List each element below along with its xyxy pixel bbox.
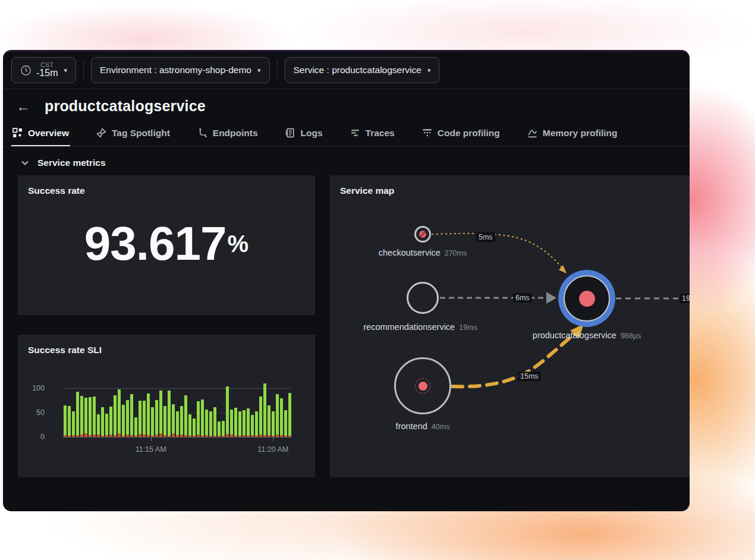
service-map-canvas[interactable]: checkoutservice 270ms recommendationserv… xyxy=(330,175,690,477)
tab-label: Overview xyxy=(28,128,69,139)
node-recommendationservice[interactable] xyxy=(407,282,439,314)
error-dot-icon xyxy=(579,291,595,307)
sli-bar xyxy=(193,419,196,437)
node-duration: 19ms xyxy=(459,323,477,332)
success-rate-card: Success rate 93.617 % xyxy=(18,175,315,315)
sli-bar xyxy=(197,401,200,437)
edge-latency-label: 19m xyxy=(680,294,690,303)
node-productcatalogservice-selected[interactable] xyxy=(558,270,615,327)
node-frontend[interactable] xyxy=(394,357,451,414)
service-map-card: Service map xyxy=(330,175,690,477)
tab-label: Code profiling xyxy=(438,128,500,139)
sli-bar xyxy=(89,397,92,437)
trace-waterfall-icon xyxy=(350,128,360,138)
divider xyxy=(83,60,84,80)
tab-tag-spotlight[interactable]: Tag Spotlight xyxy=(96,119,170,146)
node-name[interactable]: frontend xyxy=(396,421,427,431)
node-duration: 988µs xyxy=(621,332,641,340)
card-title: Success rate SLI xyxy=(18,335,315,355)
line-chart-icon xyxy=(527,128,537,138)
tab-logs[interactable]: Logs xyxy=(285,119,323,146)
sli-chart[interactable]: 100 50 0 11:15 AM 11:20 AM xyxy=(62,388,291,437)
x-tick xyxy=(151,437,152,441)
chevron-down-icon: ▾ xyxy=(64,67,67,74)
node-duration: 270ms xyxy=(445,249,467,257)
tab-code-profiling[interactable]: Code profiling xyxy=(422,119,500,146)
divider xyxy=(277,60,278,80)
error-dot-icon xyxy=(415,378,430,394)
sli-bar xyxy=(218,421,221,437)
sli-bar xyxy=(109,407,112,437)
x-tick xyxy=(273,437,273,441)
tab-label: Logs xyxy=(301,128,323,139)
sli-bar xyxy=(147,394,150,437)
environment-dropdown[interactable]: Environment : astronomy-shop-demo ▾ xyxy=(91,57,270,83)
sli-bar xyxy=(134,417,137,437)
tab-overview[interactable]: Overview xyxy=(12,119,69,146)
y-tick-label: 100 xyxy=(21,384,45,392)
sli-bar xyxy=(288,393,291,437)
sli-bar xyxy=(126,400,129,437)
sli-bar xyxy=(180,406,183,437)
sli-bar xyxy=(209,411,212,437)
sli-bar xyxy=(80,396,83,437)
sli-bar xyxy=(226,386,229,437)
tab-traces[interactable]: Traces xyxy=(350,119,395,146)
page-header: ← productcatalogservice xyxy=(3,89,690,118)
sli-bar xyxy=(251,415,254,437)
time-range-value: -15m xyxy=(36,68,58,78)
sli-bar xyxy=(64,405,67,437)
flame-graph-icon xyxy=(422,128,432,138)
edge-latency-label: 15ms xyxy=(518,372,541,381)
sli-bar xyxy=(155,400,158,437)
page-title: productcatalogservice xyxy=(45,97,206,115)
sli-bar xyxy=(184,395,187,438)
sli-bar xyxy=(72,411,75,437)
overview-content: Success rate 93.617 % Success rate SLI 1… xyxy=(3,175,690,177)
sli-bar xyxy=(84,398,87,437)
sli-bar xyxy=(151,407,154,437)
document-icon xyxy=(285,128,295,138)
tab-label: Traces xyxy=(366,128,395,139)
tab-endpoints[interactable]: Endpoints xyxy=(197,119,258,146)
sli-bar xyxy=(222,421,225,437)
sli-bar xyxy=(172,404,175,437)
tab-bar: Overview Tag Spotlight Endpoints Logs Tr… xyxy=(3,119,690,147)
sli-bar xyxy=(176,411,179,437)
tab-label: Memory profiling xyxy=(543,128,618,139)
sli-bar xyxy=(263,383,266,437)
filter-bar: CST -15m ▾ Environment : astronomy-shop-… xyxy=(3,52,690,89)
sli-bar xyxy=(118,389,121,437)
node-name[interactable]: checkoutservice xyxy=(379,248,441,257)
success-rate-unit: % xyxy=(228,231,249,257)
success-rate-value: 93.617 xyxy=(84,216,227,271)
chevron-down-icon: ▾ xyxy=(257,67,261,74)
node-name[interactable]: recommendationservice xyxy=(363,322,455,332)
time-range-picker[interactable]: CST -15m ▾ xyxy=(11,57,76,83)
node-duration: 40ms xyxy=(432,423,450,431)
sli-bar xyxy=(213,407,216,437)
sli-bar xyxy=(280,398,283,437)
edge-latency-label: 5ms xyxy=(476,232,495,242)
grid-icon xyxy=(12,128,23,138)
sli-bar xyxy=(114,395,117,438)
sli-bar xyxy=(284,410,287,437)
sli-bar xyxy=(122,405,125,437)
node-name[interactable]: productcatalogservice xyxy=(533,331,616,340)
arrowhead-yellow xyxy=(559,265,567,273)
tab-label: Endpoints xyxy=(213,128,258,139)
sli-bar xyxy=(259,397,262,437)
sli-bar xyxy=(163,406,166,437)
sli-bar xyxy=(68,406,71,437)
y-tick-label: 50 xyxy=(21,408,45,417)
sli-bar xyxy=(97,414,100,437)
x-tick-label: 11:15 AM xyxy=(136,445,166,454)
node-checkoutservice[interactable] xyxy=(414,226,431,243)
sli-bars xyxy=(64,388,291,437)
tab-memory-profiling[interactable]: Memory profiling xyxy=(527,119,618,146)
service-dropdown[interactable]: Service : productcatalogservice ▾ xyxy=(285,57,440,83)
service-metrics-section-header[interactable]: Service metrics xyxy=(3,147,690,175)
sli-bar xyxy=(268,405,270,437)
back-button[interactable]: ← xyxy=(12,98,34,115)
edge-latency-label: 6ms xyxy=(513,293,532,303)
